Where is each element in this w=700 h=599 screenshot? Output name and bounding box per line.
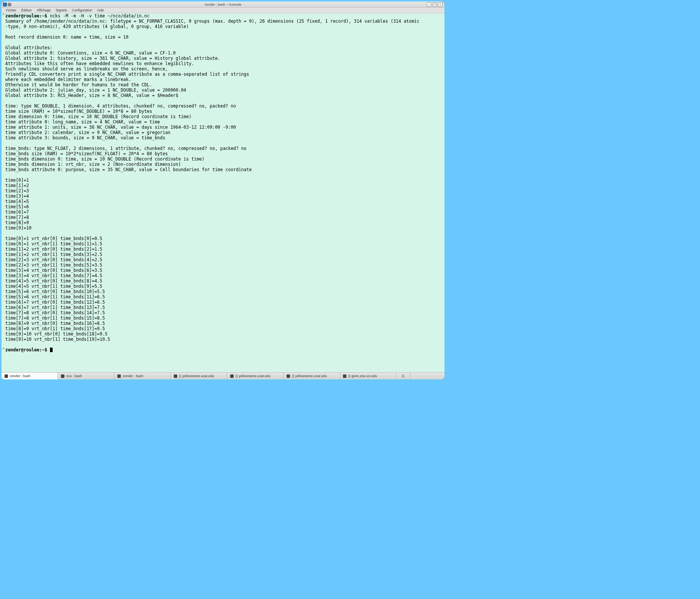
terminal-line	[2, 40, 444, 45]
terminal-line: time[1]=2 vrt_nbr[0] time_bnds[2]=1.5	[2, 246, 444, 252]
terminal-line: time[9]=10 vrt_nbr[1] time_bnds[19]=10.5	[2, 337, 444, 342]
titlebar-right-icons: – ▢ ×	[427, 2, 444, 7]
terminal-line	[2, 29, 444, 34]
terminal-line: ^zender@roulee:~$	[2, 347, 444, 353]
app-pin-icon[interactable]	[8, 3, 11, 6]
tab-label: () givre.ess.uci.edu	[348, 374, 377, 378]
close-button[interactable]: ×	[438, 2, 443, 7]
terminal-line: time[4]=5 vrt_nbr[0] time_bnds[8]=4.5	[2, 278, 444, 284]
terminal-tab-icon	[230, 374, 234, 378]
terminal-line: time[3]=4 vrt_nbr[0] time_bnds[6]=3.5	[2, 268, 444, 273]
plus-icon: ⎘	[401, 374, 405, 378]
terminal-line: time[4]=5 vrt_nbr[1] time_bnds[9]=5.5	[2, 284, 444, 289]
terminal-line: time[0]=1 vrt_nbr[0] time_bnds[0]=0.5	[2, 236, 444, 241]
tab-label: nco : bash	[66, 374, 82, 378]
menu-configuration[interactable]: Configuration	[70, 8, 95, 12]
terminal-line: time[9]=10	[2, 225, 444, 231]
terminal-line: time[7]=8 vrt_nbr[1] time_bnds[15]=8.5	[2, 315, 444, 321]
menu-edition[interactable]: Édition	[19, 8, 34, 12]
terminal-line: time[8]=9	[2, 220, 444, 225]
terminal-line: ^zender@roulee:~$ ncks -M -m -H -v time …	[2, 13, 444, 19]
tab[interactable]: zender : bash	[2, 373, 58, 379]
window-title: zender : bash – Konsole	[2, 3, 444, 6]
tab[interactable]: () yellowstone.ucar.edu	[227, 373, 284, 379]
terminal-line: time[6]=7	[2, 209, 444, 215]
scrollback-indicator-icon: ^	[2, 347, 5, 353]
terminal[interactable]: ^zender@roulee:~$ ncks -M -m -H -v time …	[2, 13, 444, 372]
terminal-line: Summary of /home/zender/nco/data/in.nc: …	[2, 19, 444, 24]
tabbar: zender : bashnco : bashzender : bash() y…	[2, 372, 444, 379]
minimize-button[interactable]: –	[427, 2, 431, 7]
tab[interactable]: () yellowstone.ucar.edu	[284, 373, 340, 379]
terminal-line: time[5]=6 vrt_nbr[1] time_bnds[11]=6.5	[2, 294, 444, 300]
terminal-line: time attribute 1: units, size = 36 NC_CH…	[2, 125, 444, 130]
terminal-line	[2, 342, 444, 347]
scrollback-indicator-icon: ^	[2, 13, 5, 19]
new-tab-button[interactable]: ⎘	[396, 373, 410, 379]
prompt: zender@roulee:~$	[5, 347, 50, 353]
menubar: Fichier Édition Affichage Signets Config…	[2, 8, 444, 13]
terminal-tab-icon	[61, 374, 64, 378]
terminal-line: time[7]=8 vrt_nbr[0] time_bnds[14]=7.5	[2, 310, 444, 315]
tab[interactable]: () yellowstone.ucar.edu	[171, 373, 227, 379]
terminal-line: Global attributes:	[2, 45, 444, 50]
tab-label: () yellowstone.ucar.edu	[235, 374, 271, 378]
terminal-line	[2, 231, 444, 236]
terminal-line: time[8]=9 vrt_nbr[0] time_bnds[16]=8.5	[2, 321, 444, 326]
terminal-line: Otherwise it would be harder for humans …	[2, 82, 444, 87]
terminal-line: Attributes like this often have embedded…	[2, 61, 444, 66]
tab-label: () yellowstone.ucar.edu	[292, 374, 327, 378]
terminal-line: time[6]=7 vrt_nbr[0] time_bnds[12]=6.5	[2, 300, 444, 305]
command: ncks -M -m -H -v time ~/nco/data/in.nc	[50, 13, 150, 19]
terminal-line: time_bnds size (RAM) = 10*2*sizeof(NC_FL…	[2, 151, 444, 156]
terminal-line: time_bnds dimension 0: time, size = 10 N…	[2, 156, 444, 162]
tab-label: zender : bash	[10, 374, 31, 378]
terminal-line: time[3]=4	[2, 193, 444, 199]
maximize-button[interactable]: ▢	[432, 2, 437, 7]
menu-signets[interactable]: Signets	[53, 8, 69, 12]
terminal-line: time[5]=6	[2, 204, 444, 209]
terminal-line: time[1]=2	[2, 183, 444, 188]
terminal-line: time_bnds dimension 1: vrt_nbr, size = 2…	[2, 162, 444, 167]
app-icon	[3, 3, 7, 6]
terminal-line: time[0]=1	[2, 178, 444, 183]
terminal-line	[2, 98, 444, 103]
tab-label: zender : bash	[123, 374, 143, 378]
terminal-line: Global attribute 0: Conventions, size = …	[2, 50, 444, 56]
tab[interactable]: () givre.ess.uci.edu	[340, 373, 396, 379]
terminal-line: friendly CDL converters print a single N…	[2, 72, 444, 77]
terminal-line: time[4]=5	[2, 199, 444, 204]
terminal-line: time[7]=8	[2, 215, 444, 220]
terminal-line: time: type NC_DOUBLE, 1 dimension, 4 att…	[2, 103, 444, 109]
menu-affichage[interactable]: Affichage	[34, 8, 53, 12]
terminal-line: time[0]=1 vrt_nbr[1] time_bnds[1]=1.5	[2, 241, 444, 246]
tab[interactable]: zender : bash	[114, 373, 171, 379]
terminal-line: time attribute 0: long_name, size = 4 NC…	[2, 119, 444, 125]
terminal-line: time[2]=3	[2, 188, 444, 193]
terminal-line: Global attribute 1: history, size = 361 …	[2, 56, 444, 61]
terminal-line: time size (RAM) = 10*sizeof(NC_DOUBLE) =…	[2, 109, 444, 114]
terminal-line: time[6]=7 vrt_nbr[1] time_bnds[13]=7.5	[2, 305, 444, 310]
terminal-line: time[9]=10 vrt_nbr[0] time_bnds[18]=9.5	[2, 331, 444, 337]
terminal-line: time[1]=2 vrt_nbr[1] time_bnds[3]=2.5	[2, 252, 444, 257]
terminal-line: time[8]=9 vrt_nbr[1] time_bnds[17]=9.5	[2, 326, 444, 331]
terminal-line: Such newlines should serve as linebreaks…	[2, 66, 444, 72]
cursor-icon	[50, 348, 53, 352]
terminal-line	[2, 172, 444, 178]
terminal-line: time[2]=3 vrt_nbr[0] time_bnds[4]=2.5	[2, 257, 444, 262]
menu-fichier[interactable]: Fichier	[4, 8, 19, 12]
terminal-line: time attribute 2: calendar, size = 9 NC_…	[2, 130, 444, 135]
tab[interactable]: nco : bash	[58, 373, 114, 379]
terminal-tab-icon	[117, 374, 121, 378]
konsole-window: zender : bash – Konsole – ▢ × Fichier Éd…	[2, 2, 444, 379]
terminal-tab-icon	[174, 374, 177, 378]
terminal-line: where each embedded delimiter marks a li…	[2, 77, 444, 82]
terminal-tab-icon	[343, 374, 346, 378]
menu-aide[interactable]: Aide	[95, 8, 106, 12]
titlebar[interactable]: zender : bash – Konsole – ▢ ×	[2, 2, 444, 8]
tab-label: () yellowstone.ucar.edu	[179, 374, 214, 378]
terminal-line: time dimension 0: time, size = 10 NC_DOU…	[2, 114, 444, 119]
terminal-line: Global attribute 2: julian_day, size = 1…	[2, 87, 444, 93]
terminal-tab-icon	[287, 374, 290, 378]
terminal-line	[2, 140, 444, 146]
